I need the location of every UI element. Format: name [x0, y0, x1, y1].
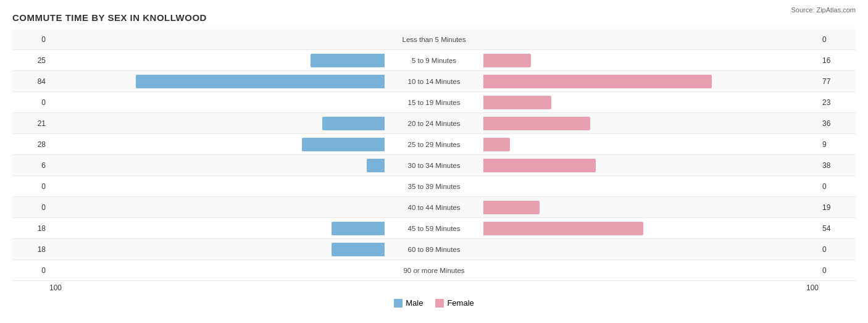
male-bar-container: [49, 54, 385, 67]
female-bar: [483, 138, 510, 151]
row-label: Less than 5 Minutes: [385, 36, 483, 43]
female-value: 0: [819, 245, 856, 254]
male-value: 0: [12, 203, 49, 212]
female-bar-container: [483, 54, 819, 67]
chart-row: 0 15 to 19 Minutes 23: [12, 92, 856, 113]
legend-female: Female: [435, 298, 474, 308]
chart-row: 0 40 to 44 Minutes 19: [12, 197, 856, 218]
male-bar-container: [49, 96, 385, 109]
male-bar: [332, 222, 385, 235]
male-bar-container: [49, 201, 385, 214]
female-bar-container: [483, 159, 819, 172]
male-value: 18: [12, 224, 49, 233]
female-value: 9: [819, 140, 856, 149]
bottom-left-label: 100: [49, 283, 62, 292]
chart-row: 18 60 to 89 Minutes 0: [12, 239, 856, 260]
female-value: 54: [819, 224, 856, 233]
chart-row: 25 5 to 9 Minutes 16: [12, 50, 856, 71]
chart-row: 84 10 to 14 Minutes 77: [12, 71, 856, 92]
male-value: 18: [12, 245, 49, 254]
male-value: 21: [12, 119, 49, 128]
female-bar: [483, 75, 712, 88]
female-bar: [483, 222, 643, 235]
female-value: 19: [819, 203, 856, 212]
female-bar-container: [483, 138, 819, 151]
male-bar-container: [49, 159, 385, 172]
female-value: 16: [819, 56, 856, 65]
male-legend-label: Male: [406, 298, 423, 308]
male-bar-container: [49, 243, 385, 256]
row-label: 20 to 24 Minutes: [385, 120, 483, 127]
bars-area: 0 Less than 5 Minutes 0 25 5 to 9 Minute…: [12, 29, 856, 281]
female-value: 23: [819, 98, 856, 107]
female-bar-container: [483, 75, 819, 88]
male-value: 25: [12, 56, 49, 65]
female-bar: [483, 96, 551, 109]
male-bar-container: [49, 33, 385, 46]
source-label: Source: ZipAtlas.com: [791, 6, 856, 14]
female-value: 36: [819, 119, 856, 128]
male-bar-container: [49, 222, 385, 235]
chart-row: 0 90 or more Minutes 0: [12, 260, 856, 281]
male-bar-container: [49, 264, 385, 277]
male-bar: [311, 54, 385, 67]
row-label: 60 to 89 Minutes: [385, 246, 483, 253]
row-label: 15 to 19 Minutes: [385, 99, 483, 106]
bottom-right-label: 100: [806, 283, 819, 292]
male-bar-container: [49, 75, 385, 88]
female-bar: [483, 201, 540, 214]
row-label: 25 to 29 Minutes: [385, 141, 483, 148]
chart-row: 28 25 to 29 Minutes 9: [12, 134, 856, 155]
chart-row: 18 45 to 59 Minutes 54: [12, 218, 856, 239]
female-bar-container: [483, 264, 819, 277]
male-bar: [302, 138, 385, 151]
male-value: 28: [12, 140, 49, 149]
row-label: 35 to 39 Minutes: [385, 183, 483, 190]
chart-row: 21 20 to 24 Minutes 36: [12, 113, 856, 134]
row-label: 5 to 9 Minutes: [385, 57, 483, 64]
male-bar-container: [49, 117, 385, 130]
male-bar: [332, 243, 385, 256]
legend-male: Male: [394, 298, 423, 308]
female-value: 0: [819, 182, 856, 191]
row-label: 45 to 59 Minutes: [385, 225, 483, 232]
female-bar-container: [483, 33, 819, 46]
male-bar: [136, 75, 385, 88]
female-bar-container: [483, 180, 819, 193]
male-value: 0: [12, 266, 49, 275]
female-bar-container: [483, 117, 819, 130]
male-bar: [367, 159, 385, 172]
female-bar-container: [483, 96, 819, 109]
male-value: 6: [12, 161, 49, 170]
female-value: 0: [819, 35, 856, 44]
row-label: 10 to 14 Minutes: [385, 78, 483, 85]
legend: Male Female: [12, 298, 856, 308]
female-bar: [483, 159, 596, 172]
row-label: 90 or more Minutes: [385, 267, 483, 274]
chart-row: 6 30 to 34 Minutes 38: [12, 155, 856, 176]
female-bar: [483, 54, 531, 67]
male-bar: [322, 117, 385, 130]
row-label: 30 to 34 Minutes: [385, 162, 483, 169]
male-value: 0: [12, 35, 49, 44]
male-value: 84: [12, 77, 49, 86]
row-label: 40 to 44 Minutes: [385, 204, 483, 211]
female-color-box: [435, 299, 444, 308]
male-bar-container: [49, 180, 385, 193]
female-bar-container: [483, 201, 819, 214]
female-value: 0: [819, 266, 856, 275]
chart-title: COMMUTE TIME BY SEX IN KNOLLWOOD: [12, 12, 856, 23]
male-value: 0: [12, 182, 49, 191]
female-value: 38: [819, 161, 856, 170]
female-bar: [483, 117, 590, 130]
chart-container: COMMUTE TIME BY SEX IN KNOLLWOOD Source:…: [0, 0, 868, 323]
male-color-box: [394, 299, 403, 308]
male-value: 0: [12, 98, 49, 107]
female-bar-container: [483, 222, 819, 235]
female-bar-container: [483, 243, 819, 256]
bottom-labels: 100 100: [12, 282, 856, 293]
female-legend-label: Female: [447, 298, 474, 308]
female-value: 77: [819, 77, 856, 86]
chart-row: 0 35 to 39 Minutes 0: [12, 176, 856, 197]
male-bar-container: [49, 138, 385, 151]
